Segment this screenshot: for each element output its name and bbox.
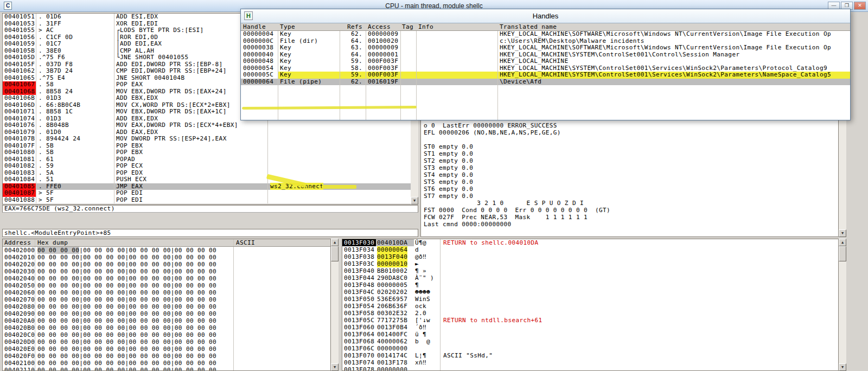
stack-comment xyxy=(440,303,838,310)
stack-row[interactable]: 0013F04C02020202☻☻☻☻ xyxy=(342,289,838,296)
scroll-down-icon[interactable]: ▼ xyxy=(411,197,418,204)
dump-row[interactable]: 004020C000 00 00 00|00 00 00 00|00 00 00… xyxy=(3,331,330,338)
stack-row[interactable]: 0013F054206B636Fock xyxy=(342,303,838,310)
dump-row[interactable]: 004020B000 00 00 00|00 00 00 00|00 00 00… xyxy=(3,324,330,331)
dump-row[interactable]: 0040201000 00 00 00|00 00 00 00|00 00 00… xyxy=(3,254,330,261)
dump-row[interactable]: 0040202000 00 00 00|00 00 00 00|00 00 00… xyxy=(3,261,330,268)
stack-row[interactable]: 0013F06840000062b @ xyxy=(342,338,838,345)
dump-row[interactable]: 0040211000 00 00 00|00 00 00 00|00 00 00… xyxy=(3,367,330,371)
handle-access: 000F003F xyxy=(366,72,400,79)
stack-row[interactable]: 0013F0700014174CL¦¶ASCII "SsHd," xyxy=(342,352,838,359)
disasm-row[interactable]: 00401087>5FPOP EDI xyxy=(3,190,418,197)
stack-row[interactable]: 0013F064001400FCü ¶ xyxy=(342,331,838,338)
scroll-down-icon[interactable]: ▼ xyxy=(839,363,846,371)
stack-row[interactable]: 0013F030004010DAÚ¶@RETURN to shellc.0040… xyxy=(342,239,838,246)
handles-col-tag[interactable]: Tag xyxy=(400,23,416,30)
dump-scrollbar[interactable]: ▲ ▼ xyxy=(331,239,339,371)
dump-address: 00402100 xyxy=(3,360,35,367)
handles-col-refs[interactable]: Refs xyxy=(340,23,366,30)
stack-row[interactable]: 0013F040BB010002¶ » xyxy=(342,267,838,274)
handle-type: Key xyxy=(278,72,340,79)
dump-address: 004020B0 xyxy=(3,324,35,331)
stack-row[interactable]: 0013F07800000000 xyxy=(342,366,838,371)
handles-row[interactable]: 00000048Key59.000F003FHKEY_LOCAL_MACHINE xyxy=(241,58,850,65)
stack-row[interactable]: 0013F06C00000000 xyxy=(342,345,838,352)
dump-header-ascii[interactable]: ASCII xyxy=(234,239,330,246)
scrollbar-thumb[interactable] xyxy=(839,246,846,261)
stack-row[interactable]: 0013F0380013F040@ð‼ xyxy=(342,253,838,260)
scroll-down-icon[interactable]: ▼ xyxy=(839,229,846,237)
disasm-row[interactable]: 00401082.59POP ECX xyxy=(3,163,418,170)
handles-col-access[interactable]: Access xyxy=(366,23,400,30)
disasm-row[interactable]: 00401083.5APOP EDX xyxy=(3,170,418,177)
dump-ascii xyxy=(234,282,330,289)
handles-row[interactable]: 00000064File (pipe)62.0016019F\Device\Af… xyxy=(241,79,850,86)
handles-col-info[interactable]: Info xyxy=(416,23,497,30)
dump-row[interactable]: 004020D000 00 00 00|00 00 00 00|00 00 00… xyxy=(3,338,330,346)
dump-row[interactable]: 0040200000 00 00 00|00 00 00 00|00 00 00… xyxy=(3,247,330,254)
handles-col-type[interactable]: Type xyxy=(278,23,340,30)
scroll-up-icon[interactable]: ▲ xyxy=(331,239,339,246)
scrollbar-thumb[interactable] xyxy=(331,246,339,261)
stack-row[interactable]: 0013F0740013F178xñ‼ xyxy=(342,359,838,366)
handles-row[interactable]: 00000040Key64.00000001HKEY_LOCAL_MACHINE… xyxy=(241,52,850,59)
dump-row[interactable]: 0040206000 00 00 00|00 00 00 00|00 00 00… xyxy=(3,289,330,296)
handle-access: 000F003F xyxy=(366,65,400,72)
register-line: ST2 empty 0.0 xyxy=(424,157,829,164)
disasm-row[interactable]: 0040107F.5BPOP EBX xyxy=(3,143,418,150)
dump-header: Address Hex dump ASCII xyxy=(3,239,330,247)
dump-row[interactable]: 004020F000 00 00 00|00 00 00 00|00 00 00… xyxy=(3,353,330,360)
register-line: ST7 empty 0.0 xyxy=(424,193,829,200)
stack-scrollbar[interactable]: ▲ ▼ xyxy=(839,239,846,371)
handle-type: File (pipe) xyxy=(278,79,340,86)
handle-value: 00000048 xyxy=(241,58,278,65)
scroll-down-icon[interactable]: ▼ xyxy=(331,363,339,371)
dump-header-hex[interactable]: Hex dump xyxy=(35,239,234,246)
handle-refs: 59. xyxy=(340,58,366,65)
stack-comment xyxy=(440,345,838,352)
stack-row[interactable]: 0013F0600013F0B4´ð‼ xyxy=(342,324,838,331)
handles-row[interactable]: 00000054Key58.000F003FHKEY_LOCAL_MACHINE… xyxy=(241,65,850,72)
handle-tag xyxy=(400,38,416,45)
disasm-row[interactable]: 00401088>5FPOP EDI xyxy=(3,197,418,204)
disasm-row[interactable]: 00401084.51PUSH ECX xyxy=(3,176,418,183)
handles-titlebar[interactable]: H Handles xyxy=(241,9,850,23)
stack-row[interactable]: 0013F03400000064d xyxy=(342,246,838,253)
stack-row[interactable]: 0013F050536E6957WinS xyxy=(342,296,838,303)
dump-row[interactable]: 0040203000 00 00 00|00 00 00 00|00 00 00… xyxy=(3,268,330,275)
disasm-row[interactable]: 00401076.8B048BMOV EAX,DWORD PTR DS:[ECX… xyxy=(3,122,418,129)
stack-row[interactable]: 0013F044290DA8C0À¨" ) xyxy=(342,274,838,282)
dump-row[interactable]: 0040205000 00 00 00|00 00 00 00|00 00 00… xyxy=(3,282,330,289)
handles-col-handle[interactable]: Handle xyxy=(241,23,278,30)
dump-row[interactable]: 0040204000 00 00 00|00 00 00 00|00 00 00… xyxy=(3,275,330,282)
dump-row[interactable]: 0040207000 00 00 00|00 00 00 00|00 00 00… xyxy=(3,296,330,303)
dump-row[interactable]: 004020A000 00 00 00|00 00 00 00|00 00 00… xyxy=(3,317,330,324)
register-line: 3 2 1 0 E S P U O Z D I xyxy=(424,200,829,207)
disasm-row[interactable]: 00401080.5BPOP EBX xyxy=(3,149,418,156)
disasm-mark: . xyxy=(36,176,46,183)
handles-row[interactable]: 0000000CFile (dir)64.00100020c:\Users\RE… xyxy=(241,38,850,45)
disasm-row[interactable]: 00401085.FFE0JMP EAXws2_32.connect xyxy=(3,183,418,190)
stack-row[interactable]: 0013F05800302E322.0 xyxy=(342,310,838,317)
dump-header-address[interactable]: Address xyxy=(3,239,35,246)
dump-row[interactable]: 0040208000 00 00 00|00 00 00 00|00 00 00… xyxy=(3,303,330,310)
stack-ascii: ☻☻☻☻ xyxy=(414,289,440,296)
close-button[interactable]: ✕ xyxy=(854,2,866,10)
handles-row[interactable]: 00000038Key63.00000009HKEY_LOCAL_MACHINE… xyxy=(241,44,850,52)
handle-value: 00000004 xyxy=(241,31,278,38)
dump-row[interactable]: 004020E000 00 00 00|00 00 00 00|00 00 00… xyxy=(3,346,330,353)
stack-row[interactable]: 0013F04800000005¶ xyxy=(342,282,838,289)
stack-ascii: ock xyxy=(414,303,440,310)
stack-row[interactable]: 0013F05C7717275B['↓wRETURN to ntdll.bsea… xyxy=(342,317,838,324)
scroll-up-icon[interactable]: ▲ xyxy=(839,239,846,246)
handles-col-translated-name[interactable]: Translated name xyxy=(497,23,850,30)
dump-row[interactable]: 0040209000 00 00 00|00 00 00 00|00 00 00… xyxy=(3,310,330,317)
disasm-row[interactable]: 0040107B.894424 24MOV DWORD PTR SS:[ESP+… xyxy=(3,136,418,143)
disasm-row[interactable]: 00401081.61POPAD xyxy=(3,156,418,163)
stack-row[interactable]: 0013F03C00000010► xyxy=(342,260,838,267)
handles-row[interactable]: 0000005CKey59.000F003FHKEY_LOCAL_MACHINE… xyxy=(241,72,850,79)
stack-comment xyxy=(440,331,838,338)
dump-row[interactable]: 0040210000 00 00 00|00 00 00 00|00 00 00… xyxy=(3,360,330,367)
handles-row[interactable]: 00000004Key62.00000009HKEY_LOCAL_MACHINE… xyxy=(241,31,850,38)
handle-refs: 63. xyxy=(340,44,366,52)
